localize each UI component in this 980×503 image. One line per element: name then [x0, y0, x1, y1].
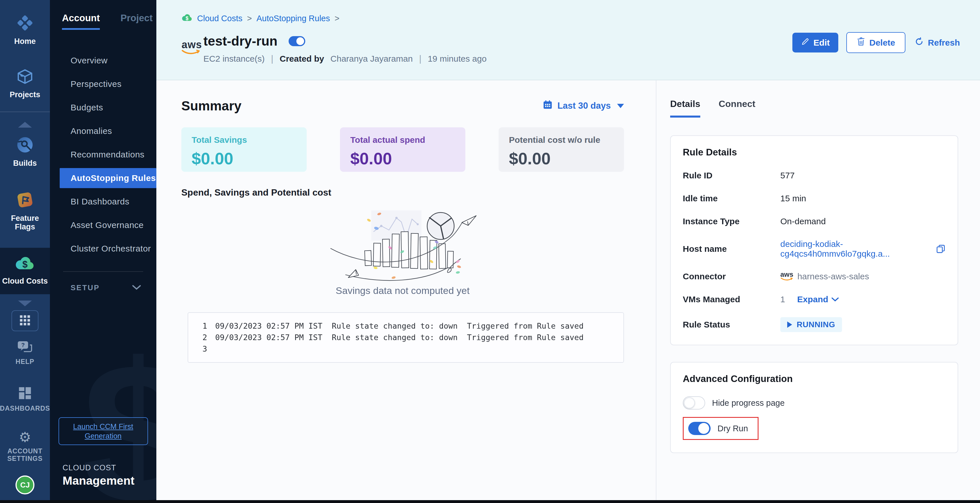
row-value: 15 min: [780, 194, 806, 203]
details-tabs: Details Connect: [670, 98, 958, 117]
help-icon: ?: [17, 340, 33, 355]
log-line: 3: [197, 343, 615, 355]
home-icon: [16, 14, 34, 33]
tab-details[interactable]: Details: [670, 98, 700, 117]
nav-item-asset-governance[interactable]: Asset Governance: [50, 215, 156, 235]
bottom-edge-bar: [0, 500, 980, 503]
sidebar-item-label: HELP: [16, 358, 34, 365]
subtitle-separator: |: [419, 53, 422, 64]
log-line-text: 09/03/2023 02:57 PM IST Rule state chang…: [215, 332, 584, 343]
empty-state-message: Savings data not computed yet: [181, 285, 624, 296]
breadcrumb-separator: >: [247, 14, 252, 23]
idle-time-row: Idle time 15 min: [683, 193, 946, 204]
log-line-number: 1: [197, 321, 207, 332]
nav-item-budgets[interactable]: Budgets: [50, 97, 156, 117]
sidebar-item-home[interactable]: Home: [0, 11, 50, 49]
nav-item-bi-dashboards[interactable]: BI Dashboards: [50, 192, 156, 212]
expand-vms-link[interactable]: Expand: [797, 295, 839, 304]
nav-item-cluster-orchestrator[interactable]: Cluster Orchestrator: [50, 239, 156, 259]
chevron-down-icon[interactable]: [18, 300, 32, 306]
setup-section-toggle[interactable]: SETUP: [50, 283, 156, 292]
header-actions: Edit Delete: [792, 32, 961, 53]
sidebar-item-feature-flags[interactable]: Feature Flags: [0, 188, 50, 234]
sidebar-item-builds[interactable]: Builds: [0, 133, 50, 171]
card-value: $0.00: [509, 149, 614, 168]
tab-project[interactable]: Project: [121, 13, 153, 30]
advanced-configuration-title: Advanced Configuration: [683, 373, 946, 384]
rule-details-card: Rule Details Rule ID 577 Idle time 15 mi…: [670, 135, 958, 345]
refresh-icon: [915, 37, 924, 48]
aws-logo-text: aws: [181, 40, 204, 49]
sidebar-item-cloud-costs[interactable]: $ Cloud Costs: [0, 248, 50, 294]
created-by-label: Created by: [280, 54, 324, 63]
refresh-button-label: Refresh: [928, 38, 960, 48]
trash-icon: [857, 37, 865, 48]
svg-text:$: $: [22, 259, 27, 270]
host-name-link[interactable]: deciding-kodiak-cg4qcs4h0mmv6lo7gqkg.a..…: [780, 239, 930, 259]
expand-label: Expand: [797, 295, 828, 304]
launch-ccm-first-gen-button[interactable]: Launch CCM First Generation: [59, 417, 148, 445]
total-actual-spend-card: Total actual spend $0.00: [340, 127, 465, 172]
breadcrumb-autostopping-rules[interactable]: AutoStopping Rules: [256, 14, 330, 23]
delete-button[interactable]: Delete: [846, 32, 905, 53]
details-panel: Details Connect Rule Details Rule ID 577…: [656, 80, 980, 503]
refresh-button[interactable]: Refresh: [913, 34, 961, 51]
tab-account[interactable]: Account: [62, 13, 100, 30]
module-picker-button[interactable]: [11, 310, 38, 331]
card-label: Total actual spend: [350, 135, 455, 145]
pencil-icon: [801, 37, 810, 48]
hide-progress-toggle[interactable]: [683, 396, 705, 409]
rail-divider: [0, 111, 50, 112]
dashboards-icon: [18, 386, 32, 401]
rule-id-row: Rule ID 577: [683, 170, 946, 181]
log-line: 1 09/03/2023 02:57 PM IST Rule state cha…: [197, 321, 615, 332]
nav-item-autostopping-rules[interactable]: AutoStopping Rules: [60, 168, 156, 188]
nav-item-overview[interactable]: Overview: [50, 51, 156, 71]
sidebar-item-account-settings[interactable]: ⚙ ACCOUNT SETTINGS: [0, 428, 50, 465]
card-label: Potential cost w/o rule: [509, 135, 614, 145]
vms-managed-row: VMs Managed 1 Expand: [683, 294, 946, 305]
row-label: Host name: [683, 244, 780, 254]
nav-item-anomalies[interactable]: Anomalies: [50, 121, 156, 141]
sidebar-item-projects[interactable]: Projects: [0, 65, 50, 102]
breadcrumb-cloud-costs[interactable]: Cloud Costs: [197, 14, 242, 23]
toggle-knob: [296, 37, 304, 45]
tab-connect[interactable]: Connect: [719, 98, 756, 117]
sidebar-item-label: Feature Flags: [0, 214, 50, 231]
user-avatar[interactable]: CJ: [16, 476, 34, 494]
row-label: Connector: [683, 271, 780, 281]
aws-connector-icon: aws: [780, 271, 793, 281]
instance-type-text: EC2 instance(s): [204, 54, 264, 63]
chevron-down-icon: [132, 284, 142, 292]
created-age-text: 19 minutes ago: [428, 54, 487, 63]
rule-enabled-toggle[interactable]: [289, 36, 305, 46]
brand-title: Management: [62, 474, 156, 487]
aws-logo: aws: [181, 33, 204, 64]
aws-logo-text: aws: [780, 271, 793, 277]
cloud-costs-breadcrumb-icon: $: [181, 13, 192, 24]
main-content: $ Cloud Costs > AutoStopping Rules > aws: [156, 0, 980, 503]
nav-item-perspectives[interactable]: Perspectives: [50, 74, 156, 94]
dry-run-toggle[interactable]: [688, 422, 711, 435]
sidebar-item-help[interactable]: ? HELP: [0, 338, 50, 368]
rule-status-row: Rule Status RUNNING: [683, 317, 946, 332]
chevron-up-icon[interactable]: [18, 122, 32, 128]
card-label: Total Savings: [192, 135, 296, 145]
row-label: Rule Status: [683, 320, 780, 330]
date-range-picker[interactable]: Last 30 days: [542, 100, 624, 112]
edit-button[interactable]: Edit: [792, 33, 838, 52]
log-line: 2 09/03/2023 02:57 PM IST Rule state cha…: [197, 332, 615, 343]
sidebar-item-label: Home: [14, 37, 36, 46]
rule-status-badge: RUNNING: [780, 317, 842, 332]
page-subtitle: EC2 instance(s) | Created by Charanya Ja…: [204, 53, 487, 64]
calendar-icon: [542, 100, 553, 112]
module-rail: Home Projects: [0, 0, 50, 503]
page-title: test-dry-run: [204, 33, 277, 49]
copy-icon[interactable]: [936, 244, 946, 254]
potential-cost-card: Potential cost w/o rule $0.00: [499, 127, 624, 172]
rule-activity-log[interactable]: 1 09/03/2023 02:57 PM IST Rule state cha…: [188, 312, 624, 363]
nav-item-recommendations[interactable]: Recommendations: [50, 144, 156, 165]
app-window: Home Projects: [0, 0, 980, 503]
total-savings-card: Total Savings $0.00: [181, 127, 307, 172]
sidebar-item-dashboards[interactable]: DASHBOARDS: [0, 383, 50, 415]
